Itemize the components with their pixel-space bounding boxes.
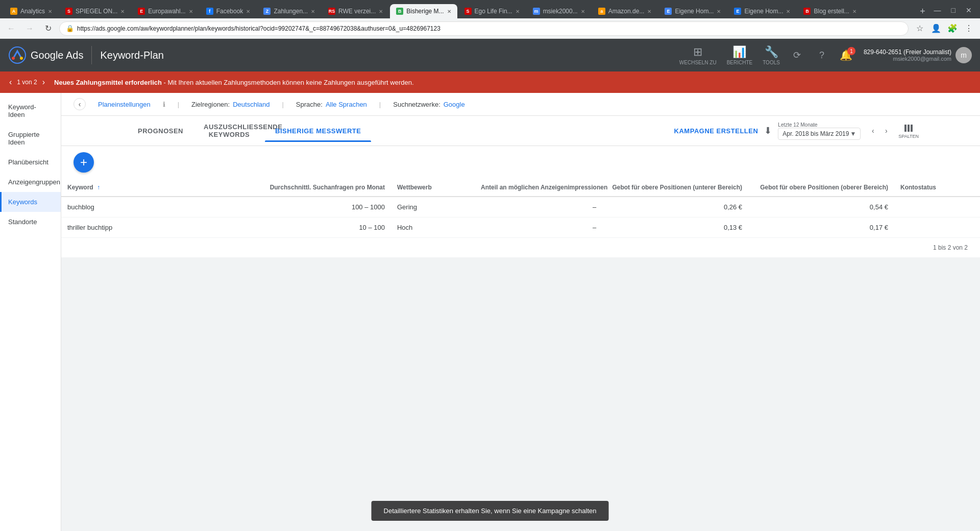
- table-row[interactable]: buchblog 100 – 1000 Gering – 0,26 € 0,54…: [61, 197, 980, 218]
- user-text: 829-640-2651 (Freier Journalist) msiek20…: [864, 49, 951, 62]
- columns-button[interactable]: SPALTEN: [898, 123, 919, 139]
- download-button[interactable]: ⬇: [764, 125, 772, 136]
- keyword-plan-title: Keyword-Plan: [100, 50, 164, 61]
- tab-favicon-zahlungen: Z: [263, 8, 271, 15]
- suchnetzwerke-value[interactable]: Google: [444, 101, 465, 108]
- sidebar-item-planubersicht[interactable]: Planübersicht: [0, 152, 61, 172]
- user-info[interactable]: 829-640-2651 (Freier Journalist) msiek20…: [864, 47, 972, 63]
- tab-close-amazon[interactable]: ✕: [647, 9, 651, 14]
- tab-close-eigene2[interactable]: ✕: [786, 9, 790, 14]
- address-bar: ← → ↻ 🔒 https://ads.google.com/aw/keywor…: [0, 18, 980, 39]
- browser-tab-eigene1[interactable]: E Eigene Hom... ✕: [658, 4, 727, 18]
- browser-tab-eigene2[interactable]: E Eigene Hom... ✕: [728, 4, 796, 18]
- profile-icon[interactable]: 👤: [929, 21, 943, 36]
- close-button[interactable]: ✕: [962, 4, 976, 16]
- bookmark-button[interactable]: ☆: [913, 21, 927, 36]
- browser-tab-ego[interactable]: S Ego Life Fin... ✕: [458, 4, 526, 18]
- reload-button[interactable]: ↻: [41, 21, 55, 36]
- extensions-button[interactable]: 🧩: [945, 21, 960, 36]
- browser-tab-zahlungen[interactable]: Z Zahlungen... ✕: [257, 4, 321, 18]
- tab-nav-actions: KAMPAGNE ERSTELLEN ⬇ Letzte 12 Monate Ap…: [674, 122, 919, 140]
- col-gebot-unterer[interactable]: Gebot für obere Positionen (unterer Bere…: [602, 179, 748, 197]
- tab-close-bisherige[interactable]: ✕: [447, 9, 451, 14]
- tools-button[interactable]: 🔧 TOOLS: [763, 45, 780, 65]
- sidebar-item-gruppierte-ideen[interactable]: Gruppierte Ideen: [0, 125, 61, 152]
- lock-icon: 🔒: [66, 25, 74, 32]
- tab-favicon-europa: E: [138, 8, 145, 15]
- alert-prev-button[interactable]: ‹: [8, 77, 13, 88]
- tab-close-blog[interactable]: ✕: [852, 9, 856, 14]
- menu-button[interactable]: ⋮: [962, 21, 976, 36]
- kampagne-erstellen-button[interactable]: KAMPAGNE ERSTELLEN: [674, 127, 758, 135]
- col-gebot-oberer[interactable]: Gebot für obere Positionen (oberer Berei…: [748, 179, 894, 197]
- browser-tab-msiek[interactable]: m msiek2000... ✕: [527, 4, 591, 18]
- zielregionen-value[interactable]: Deutschland: [233, 101, 270, 108]
- col-keyword-label: Keyword: [67, 184, 93, 191]
- plan-settings-info-icon[interactable]: ℹ: [163, 101, 165, 108]
- tab-close-europa[interactable]: ✕: [189, 9, 193, 14]
- date-prev-button[interactable]: ‹: [867, 125, 879, 137]
- col-suchanfragen[interactable]: Durchschnittl. Suchanfragen pro Monat: [163, 179, 391, 197]
- tab-close-eigene1[interactable]: ✕: [717, 9, 721, 14]
- tab-auszuschliessende[interactable]: AUSZUSCHLIESSENDE KEYWORDS: [193, 116, 265, 146]
- table-header: Keyword ↑ Durchschnittl. Suchanfragen pr…: [61, 179, 980, 197]
- grid-icon: ⊞: [693, 45, 702, 59]
- tab-bar: A Analytics ✕ S SPIEGEL ON... ✕ E Europa…: [0, 0, 980, 18]
- browser-tab-rwe[interactable]: RS RWE verzei... ✕: [322, 4, 389, 18]
- plan-settings-label[interactable]: Planeinstellungen: [98, 101, 151, 108]
- tab-favicon-spiegel: S: [65, 8, 72, 15]
- alert-next-button[interactable]: ›: [41, 77, 46, 88]
- forward-button[interactable]: →: [22, 21, 37, 36]
- col-wettbewerb[interactable]: Wettbewerb: [391, 179, 475, 197]
- sidebar-item-anzeigengruppen[interactable]: Anzeigengruppen: [0, 172, 61, 192]
- table-row[interactable]: thriller buchtipp 10 – 100 Hoch – 0,13 €…: [61, 218, 980, 238]
- sidebar-items: Keyword-IdeenGruppierte IdeenPlanübersic…: [0, 97, 61, 232]
- tab-close-msiek[interactable]: ✕: [581, 9, 585, 14]
- date-next-button[interactable]: ›: [880, 125, 892, 137]
- sidebar-item-standorte[interactable]: Standorte: [0, 212, 61, 232]
- date-range-selector[interactable]: Apr. 2018 bis März 2019 ▼: [778, 128, 861, 140]
- cell-kontostatus-1: [894, 218, 980, 238]
- sidebar-item-keyword-ideen[interactable]: Keyword-Ideen: [0, 97, 61, 125]
- browser-tab-spiegel[interactable]: S SPIEGEL ON... ✕: [59, 4, 131, 18]
- sidebar-item-keywords[interactable]: Keywords: [0, 192, 61, 212]
- tab-close-zahlungen[interactable]: ✕: [311, 9, 315, 14]
- berichte-button[interactable]: 📊 BERICHTE: [727, 45, 753, 65]
- add-keyword-button[interactable]: +: [74, 152, 94, 173]
- back-button[interactable]: ←: [4, 21, 18, 36]
- alert-nav: ‹ 1 von 2 ›: [8, 77, 46, 88]
- svg-point-2: [20, 57, 23, 60]
- browser-tab-analytics[interactable]: A Analytics ✕: [4, 4, 58, 18]
- plan-nav-back-button[interactable]: ‹: [74, 98, 86, 110]
- cell-anteil-0: –: [475, 197, 602, 218]
- tab-bisherige[interactable]: BISHERIGE MESSWERTE: [265, 120, 371, 142]
- browser-tab-bisherige[interactable]: B Bisherige M... ✕: [390, 4, 457, 18]
- plan-settings-divider3: |: [379, 101, 381, 108]
- minimize-button[interactable]: —: [930, 4, 945, 16]
- url-bar[interactable]: 🔒 https://ads.google.com/aw/keywordplann…: [59, 21, 909, 36]
- browser-tab-blog[interactable]: B Blog erstell... ✕: [797, 4, 862, 18]
- maximize-button[interactable]: □: [947, 4, 960, 16]
- url-text: https://ads.google.com/aw/keywordplanner…: [77, 25, 902, 32]
- refresh-button[interactable]: ⟳: [790, 48, 804, 62]
- tab-prognosen[interactable]: PROGNOSEN: [128, 120, 193, 142]
- help-button[interactable]: ?: [815, 48, 829, 62]
- tab-close-facebook[interactable]: ✕: [246, 9, 250, 14]
- berichte-icon: 📊: [732, 45, 746, 59]
- tab-close-rwe[interactable]: ✕: [379, 9, 383, 14]
- browser-tab-facebook[interactable]: f Facebook ✕: [200, 4, 257, 18]
- new-tab-button[interactable]: +: [916, 4, 930, 18]
- sprache-value[interactable]: Alle Sprachen: [326, 101, 367, 108]
- col-keyword[interactable]: Keyword ↑: [61, 179, 163, 197]
- tab-close-ego[interactable]: ✕: [516, 9, 520, 14]
- wechseln-zu-button[interactable]: ⊞ WECHSELN ZU: [679, 45, 717, 65]
- browser-tab-amazon[interactable]: a Amazon.de... ✕: [592, 4, 658, 18]
- browser-tab-europa[interactable]: E Europawahl... ✕: [132, 4, 199, 18]
- tab-close-analytics[interactable]: ✕: [48, 9, 52, 14]
- col-kontostatus[interactable]: Kontostatus: [894, 179, 980, 197]
- col-anteil[interactable]: Anteil an möglichen Anzeigenimpressionen: [475, 179, 602, 197]
- cell-kontostatus-0: [894, 197, 980, 218]
- notification-button[interactable]: 🔔 1: [839, 48, 853, 62]
- tab-close-spiegel[interactable]: ✕: [120, 9, 125, 14]
- tooltip-bar: Detailliertere Statistiken erhalten Sie,…: [372, 501, 609, 521]
